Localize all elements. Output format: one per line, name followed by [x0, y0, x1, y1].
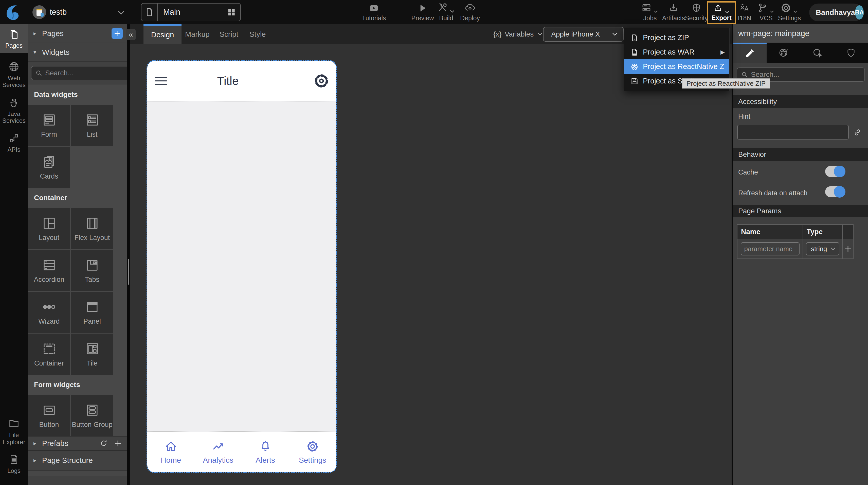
page-structure-section-header[interactable]: ▸ Page Structure — [28, 451, 127, 470]
page-tab-main[interactable]: Main — [141, 3, 241, 21]
menu-item-project-as-war[interactable]: Project as WAR ▶ — [624, 45, 729, 59]
vcs-button[interactable]: VCS — [755, 0, 777, 24]
user-menu[interactable]: Bandhavya BA — [809, 4, 863, 21]
phone-preview[interactable]: Title Home Analytics Alerts — [147, 61, 336, 472]
tutorials-button[interactable]: Tutorials — [360, 0, 388, 24]
widgets-search-row — [28, 62, 127, 84]
refresh-prefabs-icon[interactable] — [99, 439, 108, 448]
add-page-button[interactable] — [112, 28, 123, 39]
param-type-select[interactable]: string — [806, 242, 839, 255]
selected-widget-title: wm-page: mainpage — [733, 24, 868, 42]
project-avatar[interactable] — [32, 5, 46, 19]
widget-tile-layout[interactable]: Layout — [28, 208, 70, 249]
project-chevron-down-icon[interactable] — [116, 8, 126, 18]
jobs-icon — [641, 3, 659, 13]
collapse-panel-button[interactable]: « — [126, 29, 135, 40]
panel-scrollbar[interactable] — [128, 259, 129, 285]
tabs-widget-icon — [85, 257, 100, 273]
device-selector[interactable]: Apple iPhone X — [543, 27, 624, 41]
nav-item-alerts[interactable]: Alerts — [242, 432, 289, 472]
widgets-section-header[interactable]: ▾ Widgets — [28, 43, 127, 62]
add-prefab-icon[interactable] — [114, 439, 122, 448]
hint-input[interactable] — [737, 125, 849, 140]
widgets-search-input[interactable] — [45, 69, 127, 77]
panel-widget-icon — [85, 299, 100, 315]
export-button[interactable]: Export — [707, 1, 736, 24]
add-param-icon[interactable] — [844, 245, 852, 253]
sidebar-item-file-explorer[interactable]: File Explorer — [0, 414, 28, 450]
widget-tile-list[interactable]: List — [71, 105, 113, 146]
sidebar-item-web-services[interactable]: Web Services — [0, 57, 28, 93]
i18n-button[interactable]: I18N — [735, 0, 754, 24]
nav-item-analytics[interactable]: Analytics — [194, 432, 242, 472]
grid-view-icon[interactable] — [227, 7, 240, 17]
preview-button[interactable]: Preview — [411, 0, 434, 24]
menu-item-project-as-reactnative-zip[interactable]: Project as ReactNative ZIP — [624, 59, 729, 74]
widget-tile-flex-layout[interactable]: Flex Layout — [71, 208, 113, 249]
security-button[interactable]: Security — [685, 0, 708, 24]
device-chevron-down-icon — [611, 30, 619, 38]
widget-tile-container[interactable]: Container — [28, 334, 70, 375]
properties-search-input[interactable] — [751, 70, 861, 79]
nav-item-home[interactable]: Home — [147, 432, 194, 472]
widget-tile-button[interactable]: Button — [28, 395, 70, 436]
properties-panel: wm-page: mainpage Accessibility Hint — [732, 24, 868, 485]
widget-tile-panel[interactable]: Panel — [71, 292, 113, 333]
form-widgets-grid: Button Button Group — [28, 395, 127, 436]
build-button[interactable]: Build — [434, 0, 458, 24]
tab-events[interactable] — [800, 42, 834, 63]
artifacts-button[interactable]: Artifacts — [661, 0, 686, 24]
properties-tab-bar — [733, 42, 868, 63]
container-widget-icon — [41, 341, 57, 356]
palette-icon — [778, 47, 789, 58]
tab-properties[interactable] — [733, 42, 767, 63]
tab-styles[interactable] — [767, 42, 801, 63]
page-params-header-row: Name Type — [738, 225, 853, 239]
cards-widget-icon — [41, 154, 57, 169]
hamburger-menu-icon[interactable] — [155, 77, 167, 85]
param-name-input[interactable] — [741, 242, 800, 255]
variables-chevron-down-icon — [537, 31, 543, 37]
cache-toggle[interactable] — [825, 166, 845, 177]
phone-page-title[interactable]: Title — [217, 74, 239, 88]
menu-item-project-as-zip[interactable]: Project as ZIP — [624, 30, 729, 45]
bind-link-icon[interactable] — [853, 128, 862, 137]
widget-tile-cards[interactable]: Cards — [28, 147, 70, 188]
pages-section-header[interactable]: ▸ Pages — [28, 24, 127, 43]
sidebar-item-apis[interactable]: APIs — [0, 129, 28, 157]
widget-tile-tile[interactable]: Tile — [71, 334, 113, 375]
sidebar-item-java-services[interactable]: Java Services — [0, 93, 28, 129]
widget-tile-accordion[interactable]: Accordion — [28, 250, 70, 291]
nav-item-settings[interactable]: Settings — [289, 432, 336, 472]
page-params-input-row: string — [738, 239, 853, 258]
phone-bottom-nav: Home Analytics Alerts Settings — [147, 432, 336, 472]
sidebar-item-pages[interactable]: Pages — [0, 24, 28, 53]
variables-button[interactable]: {x} Variables — [493, 24, 543, 44]
widget-tile-form[interactable]: Form — [28, 105, 70, 146]
phone-content-area[interactable] — [147, 101, 336, 432]
tab-security[interactable] — [834, 42, 868, 63]
widget-tile-tabs[interactable]: Tabs — [71, 250, 113, 291]
widget-tile-wizard[interactable]: Wizard — [28, 292, 70, 333]
tab-style[interactable]: Style — [242, 24, 273, 44]
jobs-button[interactable]: Jobs — [640, 0, 660, 24]
settings-button[interactable]: Settings — [777, 0, 802, 24]
deploy-button[interactable]: Deploy — [458, 0, 482, 24]
sidebar-item-logs[interactable]: Logs — [0, 450, 28, 478]
top-bar: testb Main Tutorials Preview Build — [0, 0, 868, 24]
refresh-on-attach-toggle[interactable] — [825, 186, 845, 197]
tab-script[interactable]: Script — [212, 24, 246, 44]
settings-chevron-down-icon — [792, 9, 798, 15]
widget-tile-button-group[interactable]: Button Group — [71, 395, 113, 436]
section-form-widgets: Form widgets — [28, 375, 127, 395]
search-icon — [741, 71, 748, 78]
empty-grid-cell — [71, 147, 113, 188]
left-rail: Pages Web Services Java Services APIs Fi… — [0, 24, 28, 485]
war-file-icon — [630, 48, 639, 57]
phone-settings-gear-icon[interactable] — [313, 73, 330, 89]
tab-markup[interactable]: Markup — [178, 24, 217, 44]
prefabs-section-header[interactable]: ▸ Prefabs — [28, 436, 127, 451]
tab-design[interactable]: Design — [144, 24, 182, 44]
settings-gear-icon — [780, 3, 798, 13]
build-icon — [437, 3, 456, 13]
